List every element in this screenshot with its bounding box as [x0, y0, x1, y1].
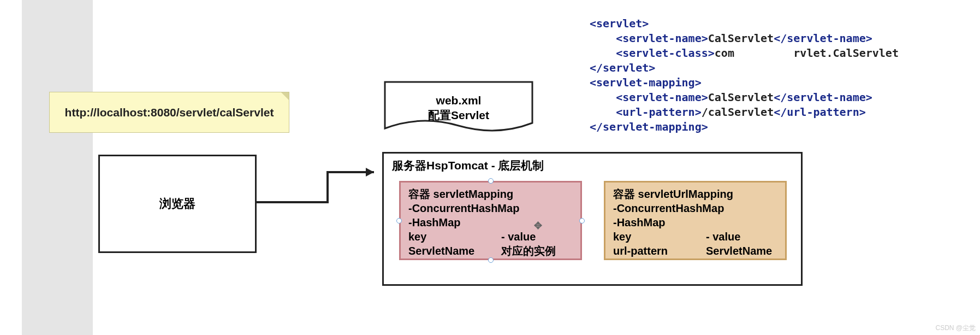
- sticky-note-url: http://localhost:8080/servlet/calServlet: [49, 92, 289, 133]
- box1-val-val: 对应的实例: [501, 244, 556, 258]
- box2-line3: -HashMap: [613, 215, 777, 230]
- webxml-subtitle: 配置Servlet: [382, 108, 535, 122]
- servlet-mapping-container[interactable]: 容器 servletMapping -ConcurrentHashMap -Ha…: [399, 181, 582, 260]
- browser-label: 浏览器: [159, 196, 195, 212]
- box1-line3: -HashMap: [408, 215, 573, 230]
- move-cursor-icon: ✥: [534, 220, 542, 232]
- selection-handle-icon: [396, 218, 402, 224]
- selection-handle-icon: [579, 218, 585, 224]
- server-title: 服务器HspTomcat - 底层机制: [392, 158, 544, 173]
- box2-title: 容器 servletUrlMapping: [613, 187, 777, 201]
- box1-val-label: - value: [501, 230, 536, 244]
- box2-val-label: - value: [706, 230, 740, 244]
- box2-key-val: url-pattern: [613, 244, 706, 258]
- left-sidebar-grey: [22, 0, 93, 335]
- url-text: http://localhost:8080/servlet/calServlet: [65, 106, 274, 119]
- selection-handle-icon: [488, 178, 494, 184]
- watermark: CSDN @尘觉: [935, 324, 976, 333]
- webxml-document: web.xml 配置Servlet: [382, 79, 535, 137]
- box1-key-label: key: [408, 230, 501, 244]
- box2-key-label: key: [613, 230, 706, 244]
- box2-line2: -ConcurrentHashMap: [613, 201, 777, 215]
- server-box: 服务器HspTomcat - 底层机制 容器 servletMapping -C…: [382, 152, 803, 286]
- browser-box: 浏览器: [98, 155, 257, 253]
- webxml-title: web.xml: [382, 93, 535, 108]
- xml-code-snippet: <servlet> <servlet-name>CalServlet</serv…: [590, 16, 899, 134]
- box1-key-val: ServletName: [408, 244, 501, 258]
- arrow-browser-to-server: [257, 164, 385, 208]
- servlet-url-mapping-container: 容器 servletUrlMapping -ConcurrentHashMap …: [604, 181, 787, 260]
- selection-handle-icon: [488, 257, 494, 263]
- box1-title: 容器 servletMapping: [408, 187, 573, 201]
- box1-line2: -ConcurrentHashMap: [408, 201, 573, 215]
- box2-val-val: ServletName: [706, 244, 772, 258]
